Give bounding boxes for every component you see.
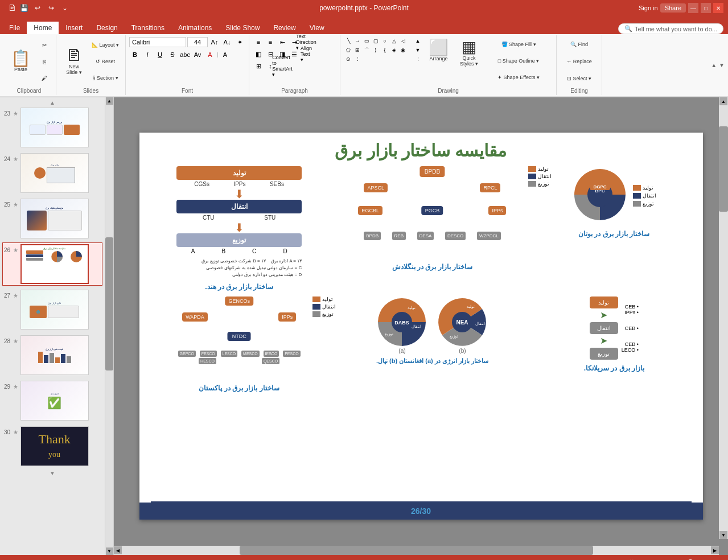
section-button[interactable]: § Section ▾	[89, 70, 122, 86]
italic-button[interactable]: I	[142, 49, 153, 60]
text-color-button[interactable]: A	[219, 49, 231, 60]
shape-curve[interactable]: ⌒	[362, 46, 371, 55]
slide-sorter-button[interactable]: ⊞	[608, 557, 621, 560]
tab-file[interactable]: File	[2, 22, 27, 34]
shapes-up-button[interactable]: ▲	[413, 36, 422, 46]
shadow-button[interactable]: abc	[179, 49, 191, 60]
comments-button[interactable]: Comments	[574, 557, 587, 560]
tab-design[interactable]: Design	[89, 22, 124, 34]
copy-button[interactable]: ⎘	[36, 53, 52, 69]
tab-review[interactable]: Review	[266, 22, 302, 34]
align-text-button[interactable]: Align Text ▾	[301, 48, 312, 60]
slide-panel[interactable]: ▲ 23 ★ بررسی بازار برق 24	[0, 97, 105, 555]
increase-font-button[interactable]: A↑	[209, 36, 220, 48]
restore-button[interactable]: □	[701, 3, 711, 13]
paste-button[interactable]: 📋 Paste	[6, 44, 36, 79]
bullets-button[interactable]: ≡	[253, 36, 264, 48]
layout-button[interactable]: 📐 Layout ▾	[89, 37, 122, 53]
shape-penta[interactable]: ⬠	[344, 46, 353, 55]
canvas-scrollbar-v[interactable]: ▲ ▼	[719, 97, 728, 539]
shape-misc3[interactable]: ⊙	[344, 55, 353, 64]
font-name-input[interactable]	[129, 37, 186, 47]
slide-thumb-29[interactable]: 29 ★ جمع بندی ✅	[2, 379, 102, 422]
slide-thumb-27[interactable]: 27 ★ نتایج بازار برق 🌐	[2, 288, 102, 331]
shape-rrect[interactable]: ▢	[371, 36, 380, 46]
shape-misc1[interactable]: ◈	[389, 46, 398, 55]
format-painter-button[interactable]: 🖌	[36, 70, 52, 86]
canvas-scroll-up[interactable]: ▲	[719, 97, 727, 105]
bold-button[interactable]: B	[129, 49, 141, 60]
slide-thumb-25[interactable]: 25 ★ هزینه‌های شبکه برق	[2, 197, 102, 240]
tab-view[interactable]: View	[303, 22, 331, 34]
tab-animations[interactable]: Animations	[171, 22, 219, 34]
font-color-aa-button[interactable]: A	[204, 49, 216, 60]
canvas-vscroll-thumb[interactable]	[719, 126, 728, 212]
slideshow-button[interactable]: ▶	[643, 557, 655, 560]
panel-scroll-up-btn[interactable]: ▲	[106, 97, 113, 105]
find-button[interactable]: 🔍 Find	[560, 36, 598, 52]
shape-brace[interactable]: {	[380, 46, 389, 55]
font-size-input[interactable]	[187, 37, 208, 47]
minimize-button[interactable]: —	[688, 3, 698, 13]
slide-panel-scrollbar[interactable]: ▲ ▼	[105, 97, 114, 555]
tell-me-box[interactable]: 🔍 Tell me what you want to do...	[618, 23, 723, 34]
undo-button[interactable]: ↩	[32, 2, 43, 14]
col-count-button[interactable]: ⊞	[253, 60, 264, 72]
canvas-scroll-down[interactable]: ▼	[719, 531, 727, 539]
shape-fill-button[interactable]: 🪣 Shape Fill ▾	[484, 36, 553, 52]
arrange-button[interactable]: ⬜ Arrange	[423, 36, 454, 65]
canvas-scroll-right[interactable]: ▶	[711, 546, 719, 554]
tab-insert[interactable]: Insert	[59, 22, 89, 34]
canvas-scroll-left[interactable]: ◀	[114, 546, 122, 554]
customize-qat-button[interactable]: ⌄	[59, 2, 71, 14]
numbering-button[interactable]: ≡	[265, 36, 276, 48]
ribbon-scroll-down[interactable]: ▼	[718, 62, 726, 68]
slide-thumb-28[interactable]: 28 ★ قیمت های بازار برق	[2, 333, 102, 377]
shape-arrow[interactable]: →	[353, 36, 362, 46]
select-button[interactable]: ⊡ Select ▾	[560, 71, 598, 87]
shape-effects-button[interactable]: ✦ Shape Effects ▾	[484, 69, 553, 85]
slide-panel-scroll-down[interactable]: ▼	[2, 470, 102, 476]
canvas-hscroll-thumb[interactable]	[240, 546, 593, 555]
save-button[interactable]: 💾	[18, 2, 30, 14]
tab-slideshow[interactable]: Slide Show	[219, 22, 266, 34]
slide-thumb-30[interactable]: 30 ★ Thankyou	[2, 425, 102, 468]
panel-scroll-thumb[interactable]	[105, 237, 113, 370]
shape-rtri[interactable]: ◁	[398, 36, 408, 46]
replace-button[interactable]: ↔ Replace	[560, 53, 598, 69]
panel-scroll-down-btn[interactable]: ▼	[106, 547, 113, 555]
shape-conn[interactable]: ⟩	[371, 46, 380, 55]
canvas-scrollbar-h[interactable]: ◀ ▶	[114, 546, 719, 555]
slide-thumb-24[interactable]: 24 ★ بازار برق	[2, 151, 102, 195]
decrease-indent-button[interactable]: ⇤	[277, 36, 288, 48]
signin-button[interactable]: Sign in	[639, 5, 658, 11]
share-button[interactable]: Share	[660, 3, 686, 13]
shape-ellipse[interactable]: ○	[380, 36, 389, 46]
reading-view-button[interactable]: 📖	[626, 557, 638, 560]
shapes-more-button[interactable]: ⋮	[413, 55, 422, 64]
tab-transitions[interactable]: Transitions	[125, 22, 171, 34]
shapes-down-button[interactable]: ▼	[413, 46, 422, 55]
new-slide-button[interactable]: 🖹 NewSlide ▾	[60, 44, 88, 79]
cut-button[interactable]: ✂	[36, 37, 52, 53]
decrease-font-button[interactable]: A↓	[221, 36, 233, 48]
ribbon-scroll-up[interactable]: ▲	[710, 62, 718, 68]
shape-line[interactable]: ╲	[344, 36, 353, 46]
redo-button[interactable]: ↪	[46, 2, 57, 14]
smartart-button[interactable]: Convert to SmartArt ▾	[277, 60, 288, 72]
slide-thumb-23[interactable]: 23 ★ بررسی بازار برق	[2, 106, 102, 149]
strikethrough-button[interactable]: S	[167, 49, 178, 60]
shape-misc2[interactable]: ◉	[398, 46, 408, 55]
shape-misc4[interactable]: ⋮	[353, 55, 362, 64]
shape-da[interactable]: ⊞	[353, 46, 362, 55]
slide-panel-scroll-up[interactable]: ▲	[2, 100, 102, 106]
quick-styles-button[interactable]: ▦ QuickStyles ▾	[455, 36, 483, 69]
normal-view-button[interactable]: ▣	[591, 557, 604, 560]
align-left-button[interactable]: ◧	[253, 48, 264, 60]
close-button[interactable]: ✕	[713, 3, 723, 13]
clear-format-button[interactable]: ✦	[234, 36, 245, 48]
char-spacing-button[interactable]: Av	[192, 49, 203, 60]
slide-thumb-26[interactable]: 26 ★ مقایسه ساختار بازار برق	[2, 242, 102, 286]
shape-tri[interactable]: △	[389, 36, 398, 46]
reset-button[interactable]: ↺ Reset	[89, 53, 122, 69]
